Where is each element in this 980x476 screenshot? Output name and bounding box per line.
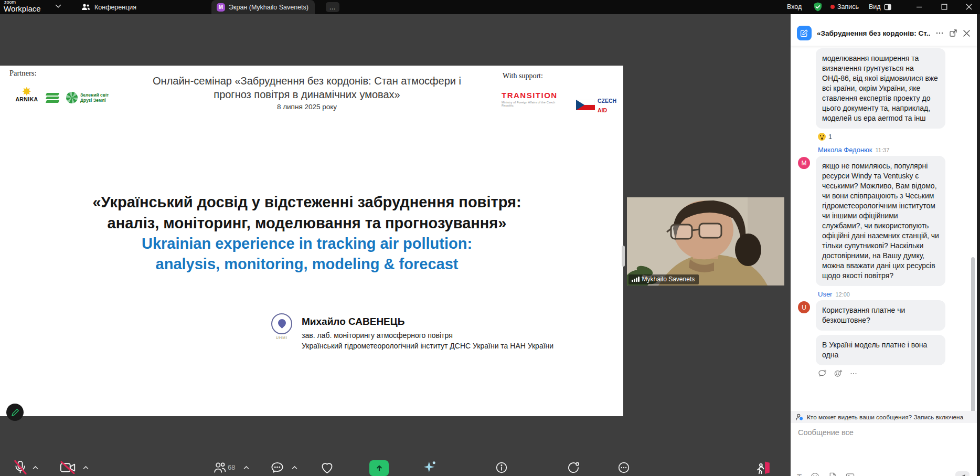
chat-button[interactable] [270,461,284,475]
more-options-button[interactable] [617,461,631,474]
message-time: 11:37 [876,147,890,153]
seminar-title-line1: Онлайн-семінар «Забруднення без кордонів… [89,74,525,88]
avatar: M [798,157,810,169]
leave-door-icon [755,460,771,475]
visibility-notice-text: Кто может видеть ваши сообщения? Запись … [807,414,963,421]
leave-meeting-button[interactable] [755,460,771,475]
send-button[interactable] [955,471,970,476]
author-org: Український гідрометеорологічний інститу… [302,342,553,350]
participants-chevron-up-icon[interactable] [243,466,249,470]
add-reaction-icon[interactable] [834,369,843,377]
czech-aid-logo: CZECH AID [576,96,616,114]
seminar-date: 8 липня 2025 року [89,103,525,111]
transition-wordmark: TRANSITION [502,91,564,100]
participants-button[interactable] [213,461,227,474]
sender-row: Микола Федонюк11:37 [818,146,971,154]
chat-input-area: T [791,423,977,476]
participant-name: Mykhailo Savenets [642,276,695,283]
chat-message-bubble: Користування платне чи безкоштовне? [816,300,945,331]
seminar-header: Онлайн-семінар «Забруднення без кордонів… [89,74,525,111]
maximize-button[interactable] [940,3,949,11]
transition-caption: Ministry of Foreign Affairs of the Czech… [502,101,564,107]
message-more-icon[interactable] [850,370,857,377]
uhmi-logo: UHMI [271,313,293,340]
record-indicator[interactable]: Запись [830,3,859,10]
video-tile[interactable]: Mykhailo Savenets [627,197,784,285]
mic-chevron-up-icon[interactable] [33,466,38,470]
aid-label: AID [598,107,607,113]
signal-bars-icon [632,277,640,282]
avatar: M [217,3,225,12]
record-label: Запись [837,3,859,10]
person-visibility-icon [795,413,804,421]
view-label: Вид [869,3,881,10]
message-time: 12:00 [835,291,850,298]
ai-sparkle-icon [422,460,438,475]
chat-more-button[interactable] [935,29,944,37]
tab-screen-label: Экран (Mykhailo Savenets) [229,4,308,11]
video-off-button[interactable] [59,461,76,474]
heart-icon [320,461,334,475]
tab-conference[interactable]: Конференция [81,0,136,14]
chat-messages[interactable]: моделювання поширення та визначення грун… [791,46,977,411]
logo-workplace: Workplace [4,5,41,13]
seminar-title-line2: прогноз повітря в динамічних умовах» [89,88,525,101]
close-button[interactable] [965,3,973,11]
avatar: U [798,301,810,313]
attach-file-icon[interactable] [828,472,837,476]
arnika-label: ARNIKA [12,96,42,102]
view-layout-icon [884,4,891,10]
chat-close-icon[interactable] [963,29,971,37]
message-input[interactable] [798,428,970,459]
reactions-button[interactable] [320,461,334,475]
popout-icon[interactable] [949,29,957,37]
chat-message-bubble: В Україні модель платне і вона одна [816,335,945,365]
message-actions [818,369,971,377]
more-tabs-button[interactable]: … [326,2,339,12]
uhmi-label: UHMI [271,336,293,340]
info-button[interactable] [495,461,508,474]
view-button[interactable]: Вид [869,3,891,10]
workspace-chevron-down-icon[interactable] [55,4,61,8]
mute-button[interactable] [13,460,27,474]
slide-main-title: «Український досвід у відстеженні забруд… [0,192,614,274]
emoji-picker-icon[interactable] [811,472,819,476]
minimize-button[interactable] [915,3,923,11]
video-chevron-up-icon[interactable] [83,466,89,470]
czech-label: CZECH [598,98,616,104]
sender-name: Микола Федонюк [818,146,872,154]
slide-scrollbar-nub[interactable] [622,246,625,267]
screenshot-icon[interactable] [846,473,855,476]
sender-name: User [818,290,832,298]
visibility-notice: Кто может видеть ваши сообщения? Запись … [791,411,977,423]
security-shield-icon[interactable] [813,2,823,12]
title-en-line2: analysis, monitoring, modeling & forecas… [0,254,614,274]
microphone-muted-icon [13,460,27,474]
shared-screen-slide: Partners: ✸ ARNIKA Зелений світ Друзі Зе… [0,66,623,416]
compose-button[interactable] [797,26,812,40]
reply-icon[interactable] [818,369,827,377]
ai-companion-button[interactable] [422,460,438,475]
message-reaction[interactable]: 1 [818,133,971,141]
share-arrow-icon [374,463,385,473]
login-button[interactable]: Вход [787,3,802,10]
capture-button[interactable] [567,461,580,474]
arnika-logo: ✸ ARNIKA [12,87,42,102]
annotate-button[interactable] [6,404,24,421]
chat-chevron-up-icon[interactable] [292,466,297,470]
tab-screen-share[interactable]: M Экран (Mykhailo Savenets) [211,0,315,14]
send-icon [959,474,966,476]
participant-name-label: Mykhailo Savenets [629,274,699,284]
pinwheel-icon [66,92,78,103]
arnika-sun-icon: ✸ [12,87,42,97]
format-text-icon[interactable]: T [797,472,802,476]
tab-conference-label: Конференция [94,4,136,11]
green-bars-logo [46,92,59,104]
chat-scrollbar[interactable] [971,257,975,411]
chat-panel: «Забруднення без кордонів: Ст... моделюв… [791,14,977,476]
input-more-icon[interactable] [864,473,871,476]
chat-title: «Забруднення без кордонів: Ст... [817,29,930,37]
share-screen-button[interactable] [369,460,389,476]
input-toolbar: T [797,472,871,476]
title-en-line1: Ukrainian experience in tracking air pol… [0,234,614,254]
